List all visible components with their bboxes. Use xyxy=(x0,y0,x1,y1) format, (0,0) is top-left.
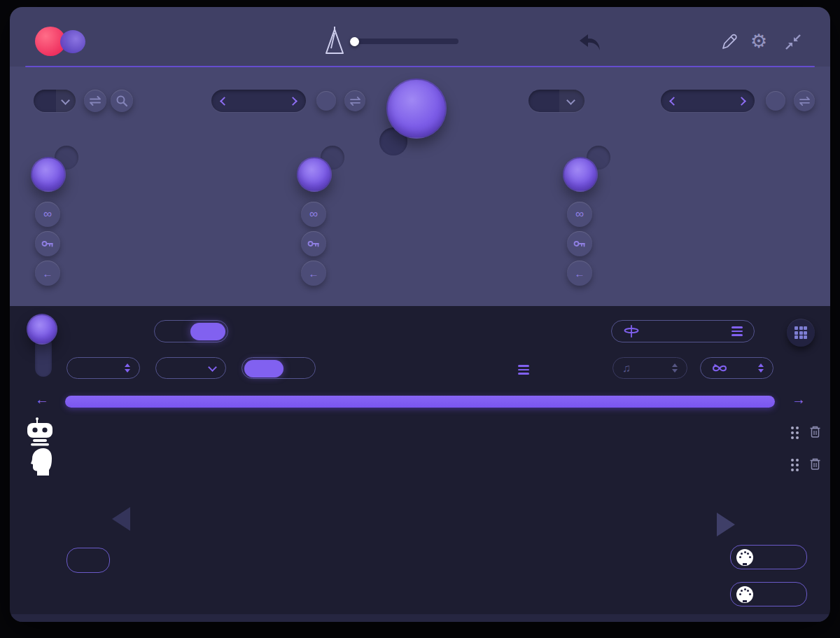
resize-collapse-icon[interactable] xyxy=(784,33,802,54)
shuffle-icon xyxy=(799,97,811,106)
chord-randomize-button[interactable] xyxy=(766,91,785,111)
metronome-icon[interactable] xyxy=(322,26,347,60)
drag-chord-button[interactable] xyxy=(730,545,807,569)
next-scale-icon[interactable] xyxy=(288,97,298,106)
scale-randomize-button[interactable] xyxy=(316,91,336,111)
keyboard-scroll-left[interactable] xyxy=(112,507,130,531)
header-bar xyxy=(10,7,830,67)
on-state-pill xyxy=(190,323,225,340)
grid-view-button[interactable] xyxy=(787,319,815,347)
undo-icon[interactable] xyxy=(578,33,602,55)
search-icon xyxy=(115,95,128,107)
chord-row-drag-handle[interactable] xyxy=(791,427,799,439)
note-row-head-icon[interactable] xyxy=(29,448,53,478)
master-knob[interactable] xyxy=(386,78,447,139)
notes-icon: ♫ xyxy=(622,362,631,375)
loop-control[interactable] xyxy=(700,357,774,379)
tempo-slider[interactable] xyxy=(350,39,458,44)
sequencer-panel: ♫ ← → xyxy=(10,306,830,622)
chord-row-robot-icon[interactable] xyxy=(25,417,55,449)
shuffle-icon xyxy=(89,96,102,106)
root-shuffle-button[interactable] xyxy=(84,90,106,112)
next-chord-icon[interactable] xyxy=(737,97,746,106)
midi-plug-icon xyxy=(736,586,753,603)
timing-latch-button[interactable]: ∞ xyxy=(567,202,592,227)
prev-scale-icon[interactable] xyxy=(220,97,229,106)
keyboard-scroll-right[interactable] xyxy=(717,513,735,536)
preset-selector[interactable] xyxy=(611,320,755,342)
voices-reset-button[interactable]: ← xyxy=(35,261,60,286)
root-note-select[interactable] xyxy=(34,90,76,112)
stepper-icon[interactable] xyxy=(125,363,130,373)
sequencer-knob[interactable] xyxy=(27,314,57,345)
timing-lock-button[interactable] xyxy=(567,231,592,256)
grid-icon xyxy=(794,326,807,339)
chevron-down-icon xyxy=(208,363,217,372)
chordjam-app: ⚙ xyxy=(0,0,840,638)
logo-purple-blob xyxy=(60,30,85,53)
key-icon xyxy=(573,240,586,248)
velocity-lock-button[interactable] xyxy=(301,231,326,256)
preset-menu-icon[interactable] xyxy=(732,326,743,336)
note-rate-control[interactable]: ♫ xyxy=(612,357,687,379)
main-panel: ⚙ xyxy=(10,7,830,306)
timeline-progress-bar[interactable] xyxy=(65,396,775,408)
sequencer-power-toggle[interactable] xyxy=(154,320,228,342)
bottom-edge-strip xyxy=(11,614,829,622)
prev-chord-icon[interactable] xyxy=(669,97,678,106)
timeline-left-arrow[interactable]: ← xyxy=(35,391,49,408)
root-key-display[interactable] xyxy=(66,548,110,573)
drag-seq-button[interactable] xyxy=(730,582,807,606)
prog-rand-toggle[interactable] xyxy=(241,357,316,379)
stepper-icon[interactable] xyxy=(672,363,678,373)
timing-knob[interactable] xyxy=(563,157,598,192)
chord-shuffle-button[interactable] xyxy=(794,90,815,111)
loop-icon xyxy=(710,363,729,374)
chord-type-select[interactable] xyxy=(661,90,755,112)
quantize-control[interactable] xyxy=(155,357,226,379)
velocity-latch-button[interactable]: ∞ xyxy=(301,202,326,227)
prog-pill[interactable] xyxy=(244,360,284,377)
note-row-delete-icon[interactable] xyxy=(809,457,821,473)
voices-lock-button[interactable] xyxy=(35,231,60,256)
note-row-drag-handle[interactable] xyxy=(791,459,799,471)
hihat-icon xyxy=(623,324,640,338)
voices-latch-button[interactable]: ∞ xyxy=(35,202,60,227)
scale-type-select[interactable] xyxy=(211,90,306,112)
velocity-reset-button[interactable]: ← xyxy=(301,261,326,286)
pattern-menu-icon[interactable] xyxy=(518,365,529,375)
midi-plug-icon xyxy=(736,549,753,566)
key-icon xyxy=(307,240,320,248)
settings-gear-icon[interactable]: ⚙ xyxy=(750,30,767,53)
key-icon xyxy=(41,240,54,248)
tempo-slider-thumb[interactable] xyxy=(350,37,359,46)
velocity-knob[interactable] xyxy=(297,157,332,192)
scale-shuffle-button[interactable] xyxy=(344,90,365,111)
octave-select[interactable] xyxy=(528,90,584,112)
timing-reset-button[interactable]: ← xyxy=(567,261,592,286)
header-divider xyxy=(25,66,815,67)
timeline-right-arrow[interactable]: → xyxy=(792,391,806,408)
scale-search-button[interactable] xyxy=(111,90,133,112)
stepper-icon[interactable] xyxy=(758,363,764,373)
chord-row-delete-icon[interactable] xyxy=(809,425,821,441)
voices-knob[interactable] xyxy=(31,157,66,192)
app-logo xyxy=(35,25,92,57)
steps-control[interactable] xyxy=(66,357,140,379)
shuffle-icon xyxy=(349,97,361,106)
edit-pencil-icon[interactable] xyxy=(718,31,739,55)
